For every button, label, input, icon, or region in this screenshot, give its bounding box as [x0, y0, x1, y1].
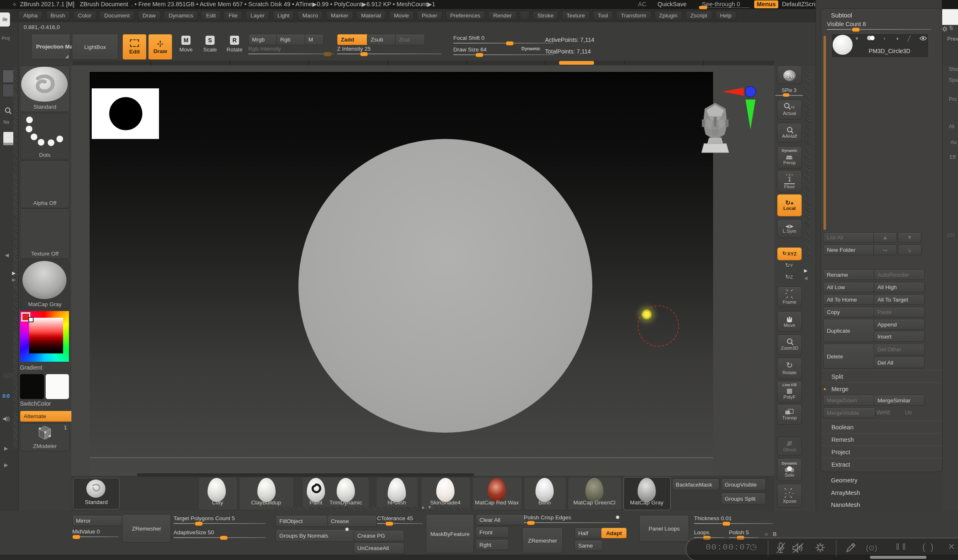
menu-brush[interactable]: Brush — [46, 11, 70, 20]
all-high-button[interactable]: All High — [874, 282, 925, 292]
clear-all-button[interactable]: Clear All — [476, 514, 526, 525]
subtool-list-scrollbar[interactable] — [824, 36, 826, 230]
pencil-annotate-icon[interactable] — [845, 542, 857, 553]
m-button[interactable]: M — [305, 34, 324, 45]
rename-button[interactable]: Rename — [823, 270, 875, 280]
brushbar-scroll[interactable] — [435, 507, 472, 511]
subtool-title[interactable]: Subtool — [831, 12, 852, 19]
menu-tool[interactable]: Tool — [593, 11, 613, 20]
z-intensity-slider[interactable]: Z Intensity 25 — [337, 46, 442, 54]
bevel-profile-ring[interactable]: ○ — [765, 531, 768, 537]
copy-button[interactable]: Copy — [823, 307, 875, 317]
left-palette-scrollbar[interactable] — [13, 67, 17, 449]
rotate-z-button[interactable]: ↻Z — [777, 273, 801, 280]
rgb-intensity-pill[interactable] — [323, 52, 332, 56]
contrast-icon[interactable]: ◑ — [895, 35, 899, 41]
merge-section[interactable]: ● Merge — [821, 382, 941, 395]
lightbox-button[interactable]: LightBox — [72, 34, 118, 60]
stop-recording-icon[interactable]: × — [948, 540, 955, 553]
gradient-toggle[interactable]: Gradient — [20, 363, 69, 373]
focal-shift-slider[interactable]: Focal Shift 0 — [453, 35, 554, 44]
menu-alpha[interactable]: Alpha — [18, 11, 43, 20]
subtool-collapse-icon[interactable]: ▾ — [855, 35, 858, 41]
groups-split-button[interactable]: Groups Split — [721, 493, 766, 504]
actual-size-button[interactable]: x1 Actual — [777, 100, 802, 119]
projection-master-button[interactable]: Projection Master ◢ — [31, 34, 70, 60]
all-to-target-button[interactable]: All To Target — [874, 295, 925, 305]
paint-brush-icon[interactable]: ╱ — [907, 35, 911, 41]
menu-dynamics[interactable]: Dynamics — [164, 11, 198, 20]
menu-render[interactable]: Render — [488, 11, 516, 20]
lsym-button[interactable]: ◀|▶ L.Sym — [777, 219, 802, 238]
alpha-tile[interactable]: Alpha Off — [20, 160, 70, 208]
see-through-slider[interactable]: See-through 0 — [702, 1, 740, 7]
rotate-canvas-button[interactable]: ↻ Rotate — [777, 358, 802, 379]
bpr-button[interactable]: BPR — [777, 65, 802, 84]
visible-count-pill[interactable] — [852, 27, 860, 32]
palette-scroll-arrow-icon[interactable]: ▶ — [12, 270, 15, 276]
region-brackets-icon[interactable]: ( ) — [922, 542, 934, 553]
adaptive-size-slider[interactable]: AdaptiveSize 50 — [174, 529, 266, 538]
na-dock-label[interactable]: Na — [3, 119, 9, 124]
switch-color-button[interactable]: SwitchColor — [20, 400, 69, 408]
stroke-tile[interactable]: Dots — [20, 113, 70, 160]
rgb-intensity-slider[interactable]: Rgb Intensity — [248, 46, 334, 54]
mask-by-feature-button[interactable]: MaskByFeature — [426, 514, 474, 553]
polish-slider[interactable]: Polish 5 — [729, 529, 759, 538]
polyframe-button[interactable]: Line Fill ▦ PolyF — [777, 381, 802, 402]
document-dock-icon[interactable] — [3, 132, 14, 145]
gear-icon[interactable] — [941, 26, 948, 32]
solo-button[interactable]: Dynamic Solo — [777, 458, 802, 481]
shelf-scroll-arrow-icon[interactable]: ◀ — [804, 275, 807, 281]
menu-material[interactable]: Material — [356, 11, 386, 20]
dock-expand-icon[interactable]: ▶ — [4, 462, 8, 468]
shelf-scrollbar[interactable] — [804, 67, 809, 262]
all-to-home-button[interactable]: All To Home — [823, 295, 875, 305]
color-picker-square[interactable] — [29, 318, 63, 353]
boolean-section[interactable]: Boolean — [821, 421, 941, 433]
current-brush-slot[interactable]: Standard — [73, 478, 120, 509]
arraymesh-palette[interactable]: ArrayMesh — [831, 489, 860, 496]
settings-gear-icon[interactable] — [814, 542, 826, 553]
shade-icon[interactable]: ◐ — [883, 35, 887, 41]
proj-dock-label[interactable]: Proj — [2, 36, 10, 41]
polish-crisp-dot[interactable] — [616, 516, 619, 519]
uv-toggle[interactable]: Uv — [905, 409, 912, 416]
crease-button[interactable]: Crease — [327, 515, 377, 527]
menu-help[interactable]: Help — [715, 11, 737, 20]
secondary-color-swatch[interactable] — [46, 374, 69, 399]
groups-by-normals-dot[interactable] — [345, 528, 349, 531]
aahalf-button[interactable]: AAHalf — [777, 123, 802, 143]
dynamic-draw-size-toggle[interactable]: Dynamic — [521, 46, 540, 51]
frame-button[interactable]: ↘ ↙•↗ ↖ Frame — [777, 286, 802, 307]
delete-button[interactable]: Delete — [823, 344, 875, 369]
clipped-label[interactable]: Spa — [949, 77, 958, 83]
move-to-folder-button[interactable]: ↪ — [873, 245, 897, 255]
spix-pill[interactable] — [783, 93, 789, 97]
menu-layer[interactable]: Layer — [245, 11, 269, 20]
half-button[interactable]: Half — [574, 528, 603, 538]
remesh-section[interactable]: Remesh — [821, 433, 941, 446]
split-section[interactable]: Split — [821, 370, 941, 382]
front-button[interactable]: Front — [476, 527, 509, 538]
menu-zscript[interactable]: Zscript — [685, 11, 712, 20]
floor-button[interactable]: x y z ↧ Floor — [777, 170, 802, 192]
insert-button[interactable]: Insert — [874, 331, 925, 342]
canvas-area[interactable] — [71, 66, 774, 476]
rotate-y-button[interactable]: ↻Y — [777, 261, 801, 269]
polish-crisp-edges-slider[interactable]: Polish Crisp Edges — [524, 514, 620, 523]
scale-mode-button[interactable]: S Scale — [200, 36, 220, 53]
merge-down-button[interactable]: MergeDown — [823, 395, 875, 406]
adapt-button[interactable]: Adapt — [601, 528, 627, 538]
subtool-item[interactable]: ▾ ◐ ◑ ╱ PM3D_Circle3D — [831, 33, 929, 58]
paint-brush-thumb[interactable] — [307, 478, 325, 502]
groups-by-normals-button[interactable]: Groups By Normals — [276, 529, 354, 542]
rgb-button[interactable]: Rgb — [276, 34, 306, 45]
draw-mode-button[interactable]: -¦- Draw — [148, 34, 172, 60]
nanomesh-palette[interactable]: NanoMesh — [831, 502, 860, 508]
menu-color[interactable]: Color — [73, 11, 96, 20]
toolbar-scroll-track[interactable] — [73, 61, 774, 65]
zsub-button[interactable]: Zsub — [367, 34, 397, 45]
menu-stroke[interactable]: Stroke — [533, 11, 559, 20]
rotate-xyz-button[interactable]: ↻ XYZ — [777, 247, 802, 261]
